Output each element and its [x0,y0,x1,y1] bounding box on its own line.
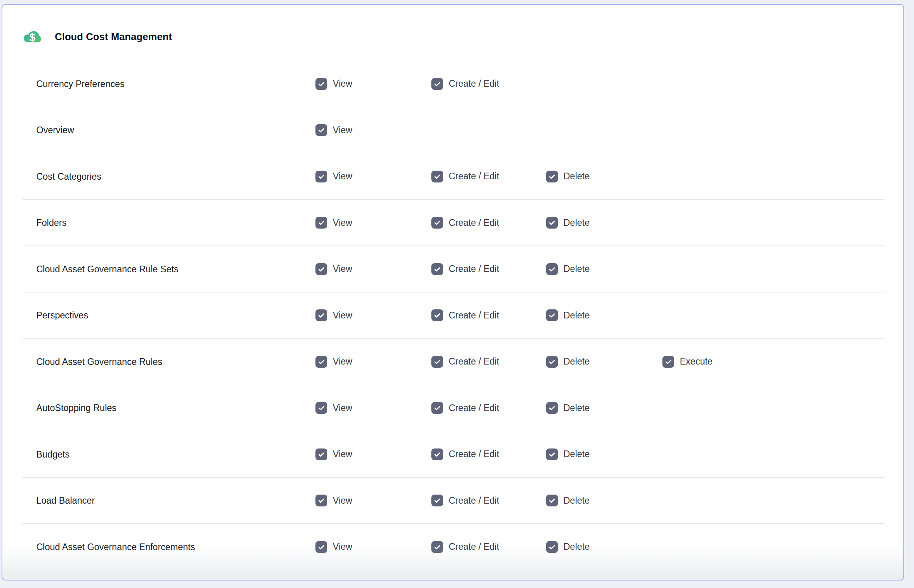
checkbox-checked-icon[interactable] [546,495,558,506]
permission-label: View [333,78,352,89]
checkbox-checked-icon[interactable] [315,448,327,460]
permission-checkbox-create_edit[interactable]: Create / Edit [431,217,499,229]
permission-row: Perspectives View Create / Edit Delete [2,292,903,339]
permissions-card: $ Cloud Cost Management Currency Prefere… [2,4,904,581]
checkbox-checked-icon[interactable] [431,448,443,460]
checkbox-checked-icon[interactable] [315,263,327,275]
checkbox-checked-icon[interactable] [431,495,443,506]
checkbox-checked-icon[interactable] [546,217,558,229]
permission-checkbox-delete[interactable]: Delete [546,171,589,182]
checkbox-checked-icon[interactable] [315,402,327,414]
permission-checkbox-view[interactable]: View [315,171,352,182]
permission-label: View [333,356,352,367]
permission-checkbox-delete[interactable]: Delete [546,356,589,368]
checkbox-checked-icon[interactable] [546,541,558,553]
permission-row: Cloud Asset Governance Rules View Create… [2,339,903,385]
checkbox-checked-icon[interactable] [431,356,443,368]
permission-checkbox-delete[interactable]: Delete [546,217,589,229]
permission-checkbox-delete[interactable]: Delete [546,263,589,275]
permission-checkbox-execute[interactable]: Execute [662,356,713,368]
permission-label: Create / Edit [449,171,499,182]
permission-label: Execute [680,356,713,367]
checkbox-checked-icon[interactable] [546,448,558,460]
checkbox-checked-icon[interactable] [315,171,327,182]
resource-label: Load Balancer [36,495,95,506]
permission-checkbox-view[interactable]: View [315,124,352,136]
permission-checkbox-view[interactable]: View [315,448,352,460]
permission-label: Delete [563,541,589,552]
checkbox-checked-icon[interactable] [315,78,327,90]
permission-checkbox-create_edit[interactable]: Create / Edit [431,448,499,460]
permission-checkbox-create_edit[interactable]: Create / Edit [431,541,499,553]
permission-label: Create / Edit [449,495,499,506]
permission-label: View [333,495,352,506]
card-header: $ Cloud Cost Management [23,28,172,45]
checkbox-checked-icon[interactable] [431,541,443,553]
permission-checkbox-delete[interactable]: Delete [546,309,589,321]
resource-label: Overview [36,125,74,136]
resource-label: AutoStopping Rules [36,403,116,413]
checkbox-checked-icon[interactable] [315,495,327,506]
permission-label: Create / Edit [449,541,499,552]
checkbox-checked-icon[interactable] [546,171,558,182]
permission-label: View [333,403,352,413]
permission-row: Currency Preferences View Create / Edit [2,61,903,107]
checkbox-checked-icon[interactable] [431,78,443,90]
permission-checkbox-delete[interactable]: Delete [546,402,589,414]
permission-label: Delete [563,218,589,228]
permission-label: View [333,449,352,460]
permission-row: Budgets View Create / Edit Delete [2,431,903,478]
permission-label: Create / Edit [449,403,499,413]
permission-label: Delete [563,403,589,413]
permission-row: AutoStopping Rules View Create / Edit De… [2,385,903,432]
permission-label: Delete [563,356,589,367]
permission-checkbox-view[interactable]: View [315,78,352,90]
permission-rows: Currency Preferences View Create / Edit … [2,61,903,570]
permission-checkbox-view[interactable]: View [315,217,352,229]
permission-checkbox-create_edit[interactable]: Create / Edit [431,402,499,414]
permission-checkbox-view[interactable]: View [315,263,352,275]
checkbox-checked-icon[interactable] [431,263,443,275]
resource-label: Cloud Asset Governance Rules [36,356,162,367]
permission-checkbox-view[interactable]: View [315,541,352,553]
resource-label: Perspectives [36,310,88,321]
permission-checkbox-view[interactable]: View [315,309,352,321]
checkbox-checked-icon[interactable] [431,171,443,182]
checkbox-checked-icon[interactable] [315,356,327,368]
permission-label: Delete [563,310,589,321]
resource-label: Cloud Asset Governance Rule Sets [36,264,179,274]
checkbox-checked-icon[interactable] [662,356,674,368]
permission-checkbox-delete[interactable]: Delete [546,495,589,506]
checkbox-checked-icon[interactable] [315,309,327,321]
permission-label: Create / Edit [449,78,499,89]
checkbox-checked-icon[interactable] [431,402,443,414]
checkbox-checked-icon[interactable] [431,217,443,229]
resource-label: Folders [36,218,67,228]
checkbox-checked-icon[interactable] [546,402,558,414]
permission-label: Create / Edit [449,356,499,367]
checkbox-checked-icon[interactable] [315,217,327,229]
permission-checkbox-create_edit[interactable]: Create / Edit [431,495,499,506]
permission-checkbox-view[interactable]: View [315,356,352,368]
resource-label: Cloud Asset Governance Enforcements [36,541,195,552]
permission-checkbox-delete[interactable]: Delete [546,541,589,553]
checkbox-checked-icon[interactable] [431,309,443,321]
permission-row: Cloud Asset Governance Rule Sets View Cr… [2,246,903,292]
permission-row: Cost Categories View Create / Edit Delet… [2,153,903,200]
permission-checkbox-create_edit[interactable]: Create / Edit [431,263,499,275]
permission-checkbox-view[interactable]: View [315,495,352,506]
permission-label: Delete [563,171,589,182]
permission-checkbox-create_edit[interactable]: Create / Edit [431,78,499,90]
permission-checkbox-create_edit[interactable]: Create / Edit [431,356,499,368]
permission-checkbox-delete[interactable]: Delete [546,448,589,460]
checkbox-checked-icon[interactable] [546,263,558,275]
permission-checkbox-create_edit[interactable]: Create / Edit [431,309,499,321]
permission-checkbox-create_edit[interactable]: Create / Edit [431,171,499,182]
cloud-dollar-icon: $ [23,28,42,45]
checkbox-checked-icon[interactable] [315,541,327,553]
permission-checkbox-view[interactable]: View [315,402,352,414]
checkbox-checked-icon[interactable] [546,309,558,321]
permission-label: Create / Edit [449,310,499,321]
checkbox-checked-icon[interactable] [546,356,558,368]
checkbox-checked-icon[interactable] [315,124,327,136]
